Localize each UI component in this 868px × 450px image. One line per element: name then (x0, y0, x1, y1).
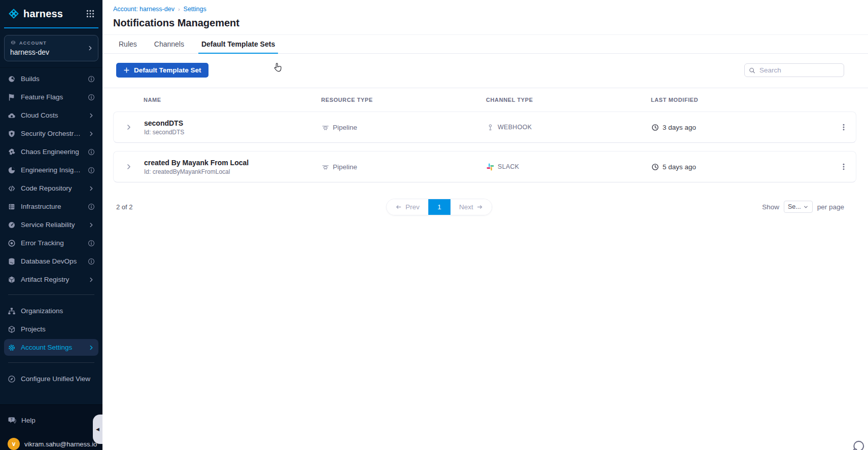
chevron-right-icon (88, 221, 95, 229)
template-set-name: created By Mayank From Local (144, 159, 322, 167)
user-email: vikram.sahu@harness.io (24, 440, 97, 448)
chat-assistant-icon[interactable] (851, 439, 865, 450)
breadcrumb: Account: harness-dev › Settings (113, 6, 856, 13)
account-switcher[interactable]: ACCOUNT harness-dev (4, 35, 98, 61)
prev-page-button[interactable]: Prev (387, 199, 428, 215)
sidebar-item-builds[interactable]: Builds (4, 70, 98, 87)
resource-type-value: Pipeline (333, 124, 357, 131)
avatar: v (8, 438, 20, 450)
sidebar-item-label: Cloud Costs (21, 111, 83, 119)
template-set-id: Id: createdByMayankFromLocal (144, 168, 322, 175)
page-title: Notifications Management (113, 17, 856, 29)
sidebar-item-artifact-registry[interactable]: Artifact Registry (4, 271, 98, 288)
sidebar-item-code-repository[interactable]: Code Repository (4, 180, 98, 197)
sidebar-item-cloud-costs[interactable]: Cloud Costs (4, 107, 98, 124)
logo-text: harness (23, 8, 63, 20)
clock-icon (651, 163, 659, 171)
app-grid-icon[interactable] (86, 9, 95, 18)
pipeline-icon (322, 163, 329, 171)
chaos-engineering-icon (8, 148, 16, 156)
sidebar-item-label: Account Settings (21, 344, 83, 351)
feature-flags-icon (8, 93, 16, 101)
slack-icon (487, 163, 494, 171)
show-label: Show (762, 203, 779, 211)
help-label: Help (21, 417, 36, 424)
sidebar-item-chaos-engineering[interactable]: Chaos Engineering (4, 143, 98, 160)
sidebar-nav-tertiary: Configure Unified View (0, 368, 102, 389)
tab-rules[interactable]: Rules (118, 35, 138, 53)
account-name: harness-dev (10, 48, 85, 56)
table-row[interactable]: created By Mayank From Local Id: created… (113, 151, 856, 182)
sidebar-item-database-devops[interactable]: Database DevOps (4, 253, 98, 270)
template-sets-table: NAME RESOURCE TYPE CHANNEL TYPE LAST MOD… (102, 88, 868, 182)
sidebar-nav-secondary: Organizations Projects Account Settings (0, 300, 102, 357)
main-content: Account: harness-dev › Settings Notifica… (102, 0, 868, 450)
sidebar-item-feature-flags[interactable]: Feature Flags (4, 89, 98, 105)
error-tracking-icon (8, 239, 16, 247)
sidebar-item-label: Security Orchestrat... (21, 130, 83, 137)
search-icon (749, 67, 755, 73)
toolbar: Default Template Set (102, 54, 868, 88)
template-set-id: Id: secondDTS (144, 129, 322, 136)
sidebar-collapse-handle[interactable]: ◀ (93, 415, 102, 444)
sidebar-divider (8, 294, 94, 295)
search-input[interactable] (744, 63, 844, 77)
pipeline-icon (322, 124, 329, 131)
sidebar-item-label: Configure Unified View (21, 375, 95, 383)
sidebar-item-service-reliability[interactable]: Service Reliability (4, 216, 98, 233)
sidebar-item-label: Projects (21, 325, 95, 333)
sidebar-item-projects[interactable]: Projects (4, 321, 98, 338)
row-menu-kebab-icon[interactable] (831, 163, 856, 171)
chevron-right-icon (88, 185, 95, 192)
column-channel-type: CHANNEL TYPE (486, 97, 651, 103)
info-icon (88, 203, 95, 210)
table-header: NAME RESOURCE TYPE CHANNEL TYPE LAST MOD… (113, 88, 856, 111)
search-box (744, 63, 844, 77)
breadcrumb-account-link[interactable]: Account: harness-dev (113, 6, 175, 13)
pager: Prev 1 Next (386, 199, 493, 215)
help-button[interactable]: ? Help (8, 416, 95, 425)
sidebar-item-account-settings[interactable]: Account Settings (4, 339, 98, 356)
pagination: 2 of 2 Prev 1 Next Show Se... per page (102, 191, 868, 213)
unified-view-icon (8, 375, 16, 383)
security-orchestration-icon (8, 130, 16, 138)
user-menu[interactable]: v vikram.sahu@harness.io (8, 438, 95, 450)
chevron-right-icon (88, 130, 95, 137)
next-page-button[interactable]: Next (450, 199, 492, 215)
sidebar-item-configure-unified-view[interactable]: Configure Unified View (4, 370, 98, 387)
sidebar-item-security-orchestrat[interactable]: Security Orchestrat... (4, 125, 98, 142)
channel-type-value: WEBHOOK (498, 124, 532, 131)
chevron-right-icon (88, 276, 95, 283)
tab-default-template-sets[interactable]: Default Template Sets (200, 35, 276, 53)
chevron-down-icon (803, 204, 809, 210)
info-icon (88, 148, 95, 156)
sidebar-divider (8, 362, 94, 363)
builds-icon (8, 75, 16, 83)
sidebar-item-engineering-insights[interactable]: Engineering Insights (4, 162, 98, 178)
resource-type-value: Pipeline (333, 163, 357, 171)
svg-text:?: ? (11, 418, 13, 421)
page-header: Account: harness-dev › Settings Notifica… (102, 0, 868, 35)
tab-channels[interactable]: Channels (153, 35, 185, 53)
plus-icon (123, 67, 130, 73)
breadcrumb-settings-link[interactable]: Settings (184, 6, 206, 13)
channel-type-value: SLACK (498, 163, 519, 170)
arrow-left-icon (395, 204, 402, 210)
table-row[interactable]: secondDTS Id: secondDTS Pipeline WEBHOOK (113, 111, 856, 143)
sidebar-item-error-tracking[interactable]: Error Tracking (4, 235, 98, 251)
sidebar-item-infrastructure[interactable]: Infrastructure (4, 198, 98, 215)
row-expand-chevron-icon[interactable] (114, 163, 144, 171)
account-label: ACCOUNT (19, 41, 47, 46)
page-1-button[interactable]: 1 (428, 199, 450, 215)
sidebar-item-label: Builds (21, 75, 83, 83)
row-expand-chevron-icon[interactable] (114, 123, 144, 131)
new-default-template-set-button[interactable]: Default Template Set (116, 63, 209, 78)
arrow-right-icon (477, 204, 483, 210)
page-size-select[interactable]: Se... (784, 201, 813, 213)
help-icon: ? (8, 416, 16, 425)
row-menu-kebab-icon[interactable] (831, 123, 856, 131)
chevron-right-icon (87, 45, 94, 52)
tab-label: Default Template Sets (201, 40, 275, 48)
tab-label: Rules (119, 40, 137, 48)
sidebar-item-organizations[interactable]: Organizations (4, 303, 98, 319)
